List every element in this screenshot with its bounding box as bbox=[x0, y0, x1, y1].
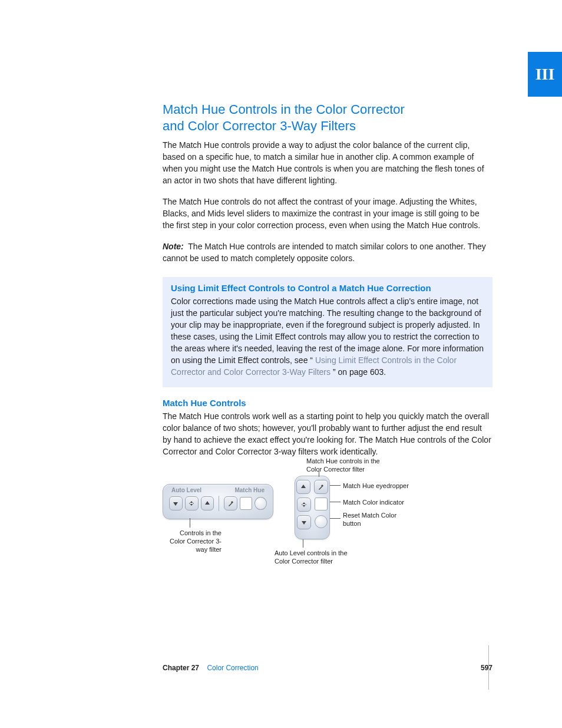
color-corrector-3way-panel: Auto Level Match Hue bbox=[163, 484, 273, 519]
footer: Chapter 27 Color Correction 597 bbox=[163, 664, 492, 672]
leader-line bbox=[190, 518, 190, 528]
paragraph: The Match Hue controls provide a way to … bbox=[163, 139, 492, 186]
caption: Match Color indicator bbox=[343, 498, 404, 506]
caption: Auto Level controls in the Color Correct… bbox=[275, 549, 363, 565]
leader-line bbox=[319, 469, 319, 477]
leader-line bbox=[330, 502, 340, 502]
part-number: III bbox=[535, 65, 555, 84]
panel-label: Match Hue bbox=[234, 487, 265, 493]
auto-contrast-button[interactable] bbox=[185, 496, 199, 510]
auto-black-button[interactable] bbox=[169, 496, 183, 510]
paragraph: The Match Hue controls do not affect the… bbox=[163, 196, 492, 231]
auto-white-button[interactable] bbox=[296, 480, 310, 494]
caption: Match Hue controls in the Color Correcto… bbox=[306, 457, 383, 473]
caption: Controls in the Color Corrector 3-way fi… bbox=[163, 529, 222, 554]
note-label: Note: bbox=[163, 242, 184, 251]
eyedropper-button[interactable] bbox=[224, 496, 237, 510]
paragraph: Color corrections made using the Match H… bbox=[171, 295, 484, 378]
figure: Match Hue controls in the Color Correcto… bbox=[163, 462, 492, 591]
auto-contrast-button[interactable] bbox=[297, 498, 311, 512]
color-corrector-panel bbox=[295, 476, 330, 539]
leader-line bbox=[330, 518, 340, 519]
auto-white-button[interactable] bbox=[201, 496, 214, 510]
caption: Reset Match Color button bbox=[343, 511, 408, 528]
content-column: Match Hue Controls in the Color Correcto… bbox=[163, 101, 492, 467]
paragraph: The Match Hue controls work well as a st… bbox=[163, 410, 492, 457]
callout-box: Using Limit Effect Controls to Control a… bbox=[163, 277, 492, 387]
section-title: Match Hue Controls in the Color Correcto… bbox=[163, 101, 492, 134]
match-color-swatch[interactable] bbox=[315, 498, 328, 510]
caption: Match Hue eyedropper bbox=[343, 482, 409, 490]
leader-line bbox=[330, 485, 340, 486]
auto-black-button[interactable] bbox=[297, 515, 311, 529]
part-tab: III bbox=[528, 52, 562, 97]
chapter-title: Color Correction bbox=[207, 664, 258, 672]
panel-label: Auto Level bbox=[171, 487, 201, 493]
reset-match-button[interactable] bbox=[315, 515, 328, 528]
leader-line bbox=[303, 539, 303, 548]
page: III Match Hue Controls in the Color Corr… bbox=[0, 0, 562, 728]
reset-match-button[interactable] bbox=[254, 497, 267, 510]
separator bbox=[219, 496, 219, 511]
note-paragraph: Note: The Match Hue controls are intende… bbox=[163, 241, 492, 264]
subsection-title: Using Limit Effect Controls to Control a… bbox=[171, 283, 484, 293]
page-number: 597 bbox=[481, 664, 492, 672]
eyedropper-button[interactable] bbox=[314, 480, 328, 494]
chapter-label: Chapter 27 bbox=[163, 664, 199, 672]
subsection-title: Match Hue Controls bbox=[163, 398, 492, 408]
match-color-swatch[interactable] bbox=[240, 497, 252, 510]
